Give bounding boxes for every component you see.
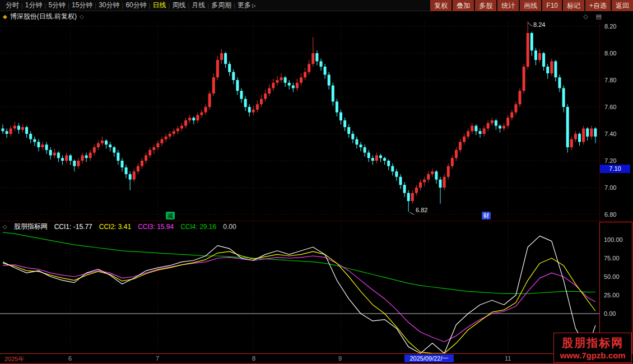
indicator-axis-label: 50.00 [604,273,620,280]
menu-item-月线[interactable]: 月线 [192,1,205,10]
action-button-多股[interactable]: 多股 [475,0,496,11]
main-chart-area[interactable] [0,21,599,221]
timeline-bar[interactable]: 2025/09/22/一 2025年678911 [0,354,633,363]
menu-item-60分钟[interactable]: 60分钟 [125,1,146,10]
indicator-axis-label: 100.00 [604,236,623,243]
chevron-right-icon: ▷ [252,3,256,8]
price-tag: 7.10 [600,165,630,173]
action-button-复权[interactable]: 复权 [430,0,452,11]
indicator-output-CCI4: CCI4: 29.16 [180,223,216,231]
menu-separator: | [169,2,170,9]
menu-item-更多[interactable]: 更多▷ [238,1,256,10]
price-axis-label: 6.80 [604,211,616,218]
menu-separator: | [207,2,209,9]
panel-divider [0,221,633,221]
menu-item-30分钟[interactable]: 30分钟 [99,1,119,10]
action-button-F10[interactable]: F10 [542,0,562,11]
cci-line-CCI3 [3,256,595,342]
price-axis-label: 7.20 [604,157,616,164]
price-axis-label: 7.80 [604,77,616,83]
menu-separator: | [45,2,46,9]
diamond-icon[interactable]: ◇ [583,13,588,20]
menu-separator: | [149,2,151,9]
watermark-title: 股朋指标网 [562,335,623,351]
timeline-label-11: 11 [505,355,511,362]
indicator-output-extra: 0.00 [223,223,236,231]
action-button-标记[interactable]: 标记 [563,0,584,11]
cci-indicator-chart[interactable] [0,222,599,354]
menu-separator: | [234,2,235,9]
watermark-url: www.7gpzb.com [560,351,626,360]
indicator-icon[interactable]: ◇ [3,223,7,230]
menu-item-5分钟[interactable]: 5分钟 [48,1,66,10]
app-root: 分时|1分钟|5分钟|15分钟|30分钟|60分钟|日线|周线|月线|多周期|更… [0,0,633,364]
indicator-outputs: CCI1: -15.77CCI2: 3.41CCI3: 15.94CCI4: 2… [54,223,236,231]
candlestick-chart[interactable] [0,21,599,221]
price-axis-label: 7.40 [604,130,616,137]
indicator-axis-label: 0.00 [604,310,616,317]
action-button-返回[interactable]: 返回 [612,0,633,11]
price-axis-label: 7.60 [604,104,616,110]
indicator-output-CCI2: CCI2: 3.41 [99,223,131,231]
menu-item-15分钟[interactable]: 15分钟 [72,1,92,10]
title-bar-icons: ◇ ▤ [583,13,602,20]
price-axis-label: 7.00 [604,184,616,191]
menu-separator: | [188,2,189,9]
period-menu: 分时|1分钟|5分钟|15分钟|30分钟|60分钟|日线|周线|月线|多周期|更… [0,1,256,10]
timeline-label-8: 8 [252,355,255,362]
indicator-axis-label: 75.00 [604,255,620,262]
menu-separator: | [21,2,23,9]
red-divider-line [0,353,633,354]
price-axis-label: 8.20 [604,23,616,30]
menu-separator: | [68,2,69,9]
high-annotation: 8.24 [533,21,545,28]
menu-item-周线[interactable]: 周线 [172,1,185,10]
indicator-output-CCI3: CCI3: 15.94 [138,223,174,231]
top-menu-bar: 分时|1分钟|5分钟|15分钟|30分钟|60分钟|日线|周线|月线|多周期|更… [0,0,633,11]
indicator-name[interactable]: 股朋指标网 [14,222,48,231]
low-annotation: 6.82 [416,207,427,213]
cci-line-CCI4 [3,232,595,294]
title-bar: ◆ 博深股份(日线.前复权) ◇ ◇ ▤ [0,11,633,21]
indicator-output-CCI1: CCI1: -15.77 [54,223,92,231]
menu-item-分时[interactable]: 分时 [6,1,19,10]
favorite-icon[interactable]: ◇ [80,13,84,20]
selected-date-badge: 2025/09/22/一 [404,354,454,362]
action-menu: 复权叠加多股统计画线F10标记+自选返回 [429,0,633,11]
action-button-叠加[interactable]: 叠加 [453,0,474,11]
action-button-统计[interactable]: 统计 [497,0,519,11]
menu-separator: | [122,2,124,9]
indicator-label-row: ◇ 股朋指标网 CCI1: -15.77CCI2: 3.41CCI3: 15.9… [0,222,597,231]
menu-item-1分钟[interactable]: 1分钟 [25,1,43,10]
menu-separator: | [95,2,96,9]
page-icon[interactable]: ▤ [596,13,602,20]
menu-item-日线[interactable]: 日线 [153,1,166,10]
action-button-+自选[interactable]: +自选 [585,0,611,11]
indicator-axis-label: 25.00 [604,292,620,298]
watermark-box: 股朋指标网 www.7gpzb.com [553,333,632,363]
indicator-chart-area[interactable] [0,222,599,354]
price-axis-label: 8.00 [604,50,616,57]
timeline-label-7: 7 [156,355,159,362]
stock-logo-icon: ◆ [3,13,7,20]
stock-title: 博深股份(日线.前复权) [10,12,77,21]
event-marker-cai[interactable]: 财 [482,212,491,220]
main-price-axis: 8.208.007.807.607.407.207.006.80 [599,21,633,221]
timeline-label-6: 6 [68,355,72,362]
event-marker-jian[interactable]: 减 [166,212,175,220]
menu-item-多周期[interactable]: 多周期 [211,1,231,10]
timeline-label-2025年: 2025年 [4,355,24,363]
timeline-label-9: 9 [338,355,342,362]
cci-line-CCI1 [3,236,595,353]
action-button-画线[interactable]: 画线 [520,0,541,11]
